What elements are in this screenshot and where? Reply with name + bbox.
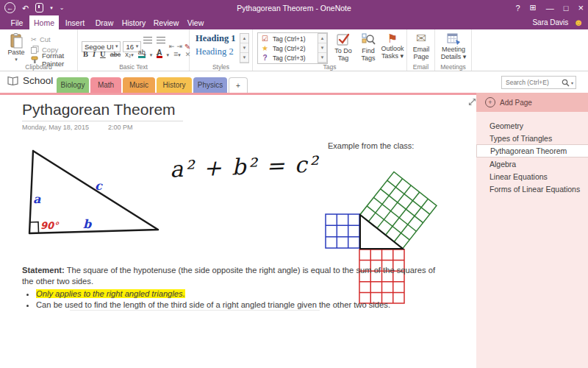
gallery-expand-icon[interactable]: ▼ (318, 53, 326, 63)
ribbon-group-tags: ☑ Tag (Ctrl+1) ★ Tag (Ctrl+2) ? Tag (Ctr… (253, 29, 407, 71)
page-canvas[interactable]: Pythagorean Theorem Monday, May 18, 2015… (0, 95, 476, 368)
gallery-expand-icon[interactable]: ▼ (240, 53, 248, 63)
page-date: Monday, May 18, 2015 2:00 PM (22, 124, 132, 131)
scroll-up-icon[interactable]: ▲ (240, 34, 248, 43)
font-color-button[interactable]: A (157, 49, 162, 58)
page-item-algebra[interactable]: Algebra (476, 158, 588, 170)
highlight-button[interactable]: ab (138, 49, 146, 58)
search-input[interactable] (504, 78, 562, 87)
chevron-down-icon[interactable]: ▾ (167, 52, 170, 58)
scroll-down-icon[interactable]: ▼ (318, 43, 326, 53)
tab-review[interactable]: Review (150, 15, 182, 29)
outlook-tasks-button[interactable]: ⚑ Outlook Tasks ▾ (379, 32, 406, 60)
tag-item-2[interactable]: ★ Tag (Ctrl+2) (261, 43, 317, 53)
tag-item-3[interactable]: ? Tag (Ctrl+3) (261, 53, 317, 63)
find-tags-button[interactable]: Find Tags (356, 32, 380, 62)
style-heading1[interactable]: Heading 1 (196, 33, 236, 44)
touch-mode-icon[interactable] (35, 3, 43, 13)
restore-button[interactable]: □ (564, 4, 569, 13)
underline-button[interactable]: U (100, 50, 106, 58)
group-label-clipboard: Clipboard (0, 63, 77, 71)
help-button[interactable]: ? (515, 4, 520, 13)
tab-insert[interactable]: Insert (60, 15, 90, 29)
page-item-forms-of-linear-equations[interactable]: Forms of Linear Equations (476, 183, 588, 195)
page-item-types-of-triangles[interactable]: Types of Triangles (476, 132, 588, 144)
full-page-view-icon[interactable] (468, 98, 476, 106)
section-tab-math[interactable]: Math (90, 77, 121, 93)
envelope-icon: ✉ (416, 32, 426, 46)
side-c-label: c (95, 179, 103, 193)
format-painter-icon (31, 56, 39, 64)
add-section-button[interactable]: + (229, 77, 248, 93)
statement-block[interactable]: Statement: The square of the hypotenuse … (22, 265, 447, 311)
italic-button[interactable]: I (93, 50, 96, 58)
meeting-details-button[interactable]: Meeting Details ▾ (439, 32, 468, 60)
page-item-geometry[interactable]: Geometry (476, 119, 588, 132)
scroll-down-icon[interactable]: ▼ (240, 43, 248, 53)
cut-button[interactable]: ✂ Cut (31, 34, 77, 44)
customize-toolbar-icon[interactable]: ⌄ (60, 3, 65, 13)
paste-button[interactable]: Paste ▾ (6, 33, 26, 63)
notebook-dropdown[interactable]: School ▾ (7, 75, 60, 86)
styles-scroll-spinner[interactable]: ▲ ▼ ▼ (240, 33, 249, 63)
todo-check-icon (336, 32, 351, 47)
section-tab-biology[interactable]: Biology (57, 77, 89, 93)
right-angle-label: 90° (40, 220, 60, 231)
add-page-button[interactable]: + Add Page (476, 93, 588, 112)
statement-text: The square of the hypotenuse (the side o… (22, 266, 435, 286)
tag-item-1[interactable]: ☑ Tag (Ctrl+1) (261, 34, 317, 43)
avatar: ☻ (573, 18, 584, 27)
right-triangle-drawing[interactable]: a c b 90° (18, 143, 169, 240)
page-item-pythagorean-theorem[interactable]: Pythagorean Theorem (476, 144, 588, 158)
tab-home[interactable]: Home (29, 15, 59, 29)
tags-scroll-spinner[interactable]: ▲ ▼ ▼ (318, 33, 327, 63)
ribbon-group-clipboard: Paste ▾ ✂ Cut Copy (0, 29, 78, 71)
page-item-linear-equations[interactable]: Linear Equations (476, 170, 588, 183)
clipboard-icon (10, 33, 23, 49)
plus-circle-icon: + (485, 97, 495, 107)
todo-tag-button[interactable]: To Do Tag (331, 32, 356, 62)
ribbon-group-styles: Heading 1 Heading 2 ▲ ▼ ▼ Styles (190, 29, 253, 71)
back-icon[interactable]: ← (4, 2, 15, 13)
scissors-icon: ✂ (31, 35, 37, 43)
chevron-down-icon: ▾ (115, 43, 118, 49)
tab-file[interactable]: File (4, 15, 29, 29)
minimize-button[interactable]: — (546, 4, 554, 13)
search-icon[interactable] (562, 79, 570, 87)
page-title[interactable]: Pythagorean Theorem (22, 101, 183, 121)
note-container-edge (70, 310, 320, 311)
chevron-down-icon[interactable]: ▾ (50, 3, 53, 13)
strikethrough-button[interactable]: abc (110, 51, 121, 58)
close-button[interactable]: × (578, 2, 584, 13)
equation-text[interactable]: a² + b² = c² (169, 151, 318, 182)
section-tab-music[interactable]: Music (123, 77, 155, 93)
section-tab-history[interactable]: History (157, 77, 192, 93)
section-tab-physics[interactable]: Physics (193, 77, 227, 93)
undo-icon[interactable]: ↶ (22, 3, 29, 13)
chevron-down-icon[interactable]: ▾ (571, 80, 573, 85)
user-name: Sara Davis (532, 18, 568, 26)
ribbon-group-email: ✉ Email Page Email (407, 29, 435, 71)
tab-view[interactable]: View (182, 15, 209, 29)
bold-button[interactable]: B (83, 50, 88, 58)
group-label-meetings: Meetings (435, 63, 471, 71)
style-heading2[interactable]: Heading 2 (196, 46, 234, 57)
account-area[interactable]: Sara Davis ☻ (532, 15, 584, 29)
page-sidebar: + Add Page Geometry Types of Triangles P… (476, 93, 588, 368)
ribbon-options-button[interactable]: ⊞ (530, 3, 537, 13)
email-page-button[interactable]: ✉ Email Page (409, 32, 433, 60)
page-list: Geometry Types of Triangles Pythagorean … (476, 119, 588, 195)
highlighted-note: Only applies to the right angled triangl… (36, 289, 185, 298)
tab-history[interactable]: History (118, 15, 150, 29)
search-box: ▾ (501, 76, 576, 89)
paragraph-align-button[interactable]: ≡▾ (173, 49, 181, 58)
quick-access-toolbar: ← ↶ ▾ ⌄ (4, 2, 64, 13)
copy-icon (31, 46, 39, 54)
ribbon-tab-row: File Home Insert Draw History Review Vie… (0, 15, 588, 29)
chevron-down-icon[interactable]: ▾ (150, 52, 153, 58)
ribbon: Paste ▾ ✂ Cut Copy (0, 29, 588, 71)
tab-draw[interactable]: Draw (91, 15, 118, 29)
scroll-up-icon[interactable]: ▲ (318, 34, 326, 43)
subscript-button[interactable]: x₂▾ (125, 51, 134, 58)
date-text: Monday, May 18, 2015 (22, 124, 89, 131)
